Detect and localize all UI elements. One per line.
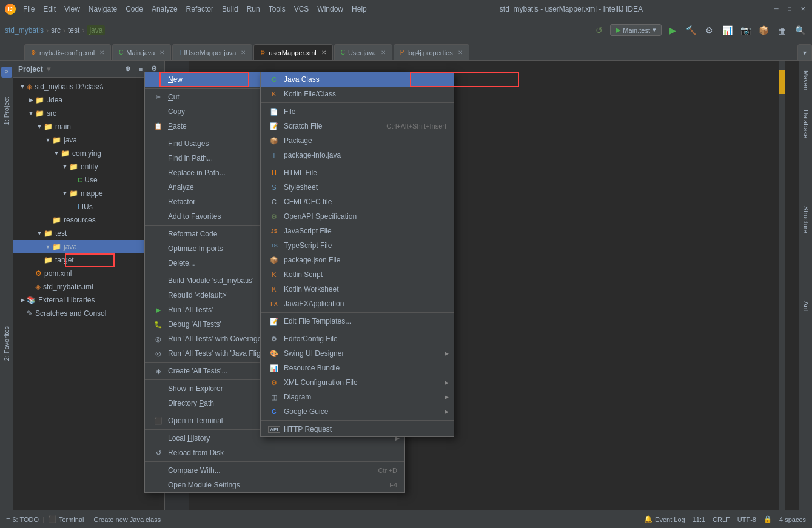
side-tab-structure[interactable]: Structure	[801, 202, 811, 237]
submenu-item-googleguice[interactable]: G Google Guice	[261, 404, 454, 419]
back-button[interactable]: ↺	[592, 23, 606, 38]
breadcrumb-test[interactable]: test	[68, 26, 79, 35]
submenu-item-xmlconfig[interactable]: ⚙ XML Configuration File	[261, 375, 454, 390]
tree-item-root[interactable]: ▼ ◈ std_mybatis D:\class\	[13, 80, 164, 93]
tab-user-java[interactable]: C User.java ✕	[334, 44, 392, 60]
submenu-item-htmlfile[interactable]: H HTML File	[261, 165, 454, 180]
tab-log4j[interactable]: P log4j.properties ✕	[394, 44, 469, 60]
submenu-item-diagram[interactable]: ◫ Diagram	[261, 390, 454, 404]
menu-build[interactable]: Build	[218, 4, 242, 15]
side-tab-favorites[interactable]: 2: Favorites	[2, 322, 12, 364]
indent-setting[interactable]: 4 spaces	[779, 516, 806, 523]
tree-item-main[interactable]: ▼ 📁 main	[13, 120, 164, 133]
menu-help[interactable]: Help	[348, 4, 371, 15]
submenu-item-swingdesigner[interactable]: 🎨 Swing UI Designer	[261, 346, 454, 361]
coverage-button[interactable]: 📊	[720, 23, 734, 38]
context-menu-item-reload[interactable]: ↺ Reload from Disk	[145, 446, 404, 460]
breadcrumb-project[interactable]: std_mybatis	[5, 26, 44, 35]
tree-item-idea[interactable]: ▶ 📁 .idea	[13, 93, 164, 107]
menu-refactor[interactable]: Refactor	[183, 4, 217, 15]
submenu-item-tsfile[interactable]: TS TypeScript File	[261, 238, 454, 253]
submenu-item-kotlinworksheet[interactable]: K Kotlin Worksheet	[261, 282, 454, 296]
menu-code[interactable]: Code	[122, 4, 147, 15]
tree-item-src[interactable]: ▼ 📁 src	[13, 107, 164, 120]
tree-item-extlibs[interactable]: ▶ 📚 External Libraries	[13, 293, 164, 307]
submenu-item-packagejson[interactable]: 📦 package.json File	[261, 253, 454, 267]
tree-item-pomxml[interactable]: ▶ ⚙ pom.xml	[13, 267, 164, 280]
line-sep[interactable]: CRLF	[713, 516, 730, 523]
tab-close-log4j[interactable]: ✕	[458, 49, 463, 56]
tree-item-test[interactable]: ▼ 📁 test	[13, 227, 164, 240]
submenu-item-edittemplates[interactable]: 📝 Edit File Templates...	[261, 314, 454, 329]
tab-more-button[interactable]: ▾	[797, 44, 812, 60]
tree-item-java-test[interactable]: ▼ 📁 java	[13, 240, 164, 253]
submenu-item-openapi[interactable]: ⚙ OpenAPI Specification	[261, 209, 454, 224]
submenu-item-packageinfo[interactable]: I package-info.java	[261, 148, 454, 162]
submenu-item-editorconfig[interactable]: ⚙ EditorConfig File	[261, 332, 454, 346]
menu-window[interactable]: Window	[314, 4, 347, 15]
context-menu-item-comparewith[interactable]: Compare With... Ctrl+D	[145, 463, 404, 478]
tab-usermapper-xml[interactable]: ⚙ userMapper.xml ✕	[253, 44, 332, 60]
menu-vcs[interactable]: VCS	[290, 4, 313, 15]
close-button[interactable]: ✕	[799, 5, 807, 13]
tree-item-entity[interactable]: ▼ 📁 entity	[13, 160, 164, 173]
tree-item-iusermapper[interactable]: ▶ I IUs	[13, 200, 164, 213]
tab-close-main[interactable]: ✕	[159, 49, 164, 56]
tree-item-target[interactable]: ▶ 📁 target	[13, 253, 164, 267]
menu-analyze[interactable]: Analyze	[148, 4, 181, 15]
submenu-item-javafx[interactable]: FX JavaFXApplication	[261, 296, 454, 311]
submenu-item-package[interactable]: 📦 Package	[261, 133, 454, 148]
submenu-item-kotlinfile[interactable]: K Kotlin File/Class	[261, 87, 454, 101]
tree-item-user[interactable]: ▶ C Use	[13, 173, 164, 187]
tree-item-resources[interactable]: ▶ 📁 resources	[13, 213, 164, 227]
run-config-selector[interactable]: ▶ Main.test ▾	[610, 24, 662, 36]
tab-close-iusermapper[interactable]: ✕	[241, 49, 246, 56]
tree-item-java-main[interactable]: ▼ 📁 java	[13, 133, 164, 147]
tree-item-scratches[interactable]: ▶ ✎ Scratches and Consol	[13, 307, 164, 320]
submenu-item-httprequest[interactable]: API HTTP Request	[261, 422, 454, 436]
menu-file[interactable]: File	[19, 4, 38, 15]
menu-tools[interactable]: Tools	[265, 4, 289, 15]
tree-item-iml[interactable]: ▶ ◈ std_mybatis.iml	[13, 280, 164, 293]
context-menu-item-modulesettings[interactable]: Open Module Settings F4	[145, 478, 404, 492]
menu-navigate[interactable]: Navigate	[85, 4, 121, 15]
maximize-button[interactable]: □	[785, 5, 794, 13]
tree-item-comying[interactable]: ▼ 📁 com.ying	[13, 147, 164, 160]
tab-main-java[interactable]: C Main.java ✕	[112, 44, 171, 60]
profiler-button[interactable]: 📷	[738, 23, 753, 38]
submenu-item-jsfile[interactable]: JS JavaScript File	[261, 224, 454, 238]
side-tab-maven[interactable]: Maven	[801, 67, 811, 94]
search-button[interactable]: 🔍	[793, 23, 807, 38]
submenu-item-file[interactable]: 📄 File	[261, 104, 454, 119]
run-button[interactable]: ▶	[665, 23, 680, 38]
breadcrumb-java[interactable]: java	[87, 25, 105, 35]
breadcrumb-src[interactable]: src	[51, 26, 61, 35]
side-tab-ant[interactable]: Ant	[801, 298, 811, 315]
settings-button[interactable]: ⚙	[702, 23, 716, 38]
submenu-item-kotlinscript[interactable]: K Kotlin Script	[261, 267, 454, 282]
submenu-item-cfml[interactable]: C CFML/CFC file	[261, 195, 454, 209]
minimize-button[interactable]: ─	[772, 5, 780, 13]
side-tab-project[interactable]: 1: Project	[2, 93, 12, 129]
tab-iusermapper[interactable]: I IUserMapper.java ✕	[172, 44, 252, 60]
event-log-button[interactable]: 🔔 Event Log	[644, 515, 685, 523]
tab-close-user[interactable]: ✕	[381, 49, 386, 56]
tab-close-mybatis[interactable]: ✕	[99, 49, 104, 56]
build-button[interactable]: 🔨	[683, 23, 698, 38]
menu-edit[interactable]: Edit	[39, 4, 59, 15]
side-tab-database[interactable]: Database	[801, 106, 811, 142]
tab-mybatis-config[interactable]: ⚙ mybatis-config.xml ✕	[24, 44, 111, 60]
submenu-item-resourcebundle[interactable]: 📊 Resource Bundle	[261, 361, 454, 375]
menu-view[interactable]: View	[61, 4, 84, 15]
submenu-item-javaclass[interactable]: C Java Class	[261, 72, 454, 87]
layout-button[interactable]: ▦	[774, 23, 789, 38]
tree-item-mappe[interactable]: ▼ 📁 mappe	[13, 187, 164, 200]
todo-button[interactable]: ≡ 6: TODO	[6, 516, 39, 523]
menu-run[interactable]: Run	[243, 4, 264, 15]
submenu-item-stylesheet[interactable]: S Stylesheet	[261, 180, 454, 195]
encoding[interactable]: UTF-8	[737, 516, 756, 523]
cmake-button[interactable]: 📦	[756, 23, 771, 38]
terminal-button[interactable]: ⬛ Terminal	[48, 515, 84, 523]
panel-tool-locate[interactable]: ⊕	[122, 64, 133, 75]
submenu-item-scratchfile[interactable]: 📝 Scratch File Ctrl+Alt+Shift+Insert	[261, 119, 454, 133]
